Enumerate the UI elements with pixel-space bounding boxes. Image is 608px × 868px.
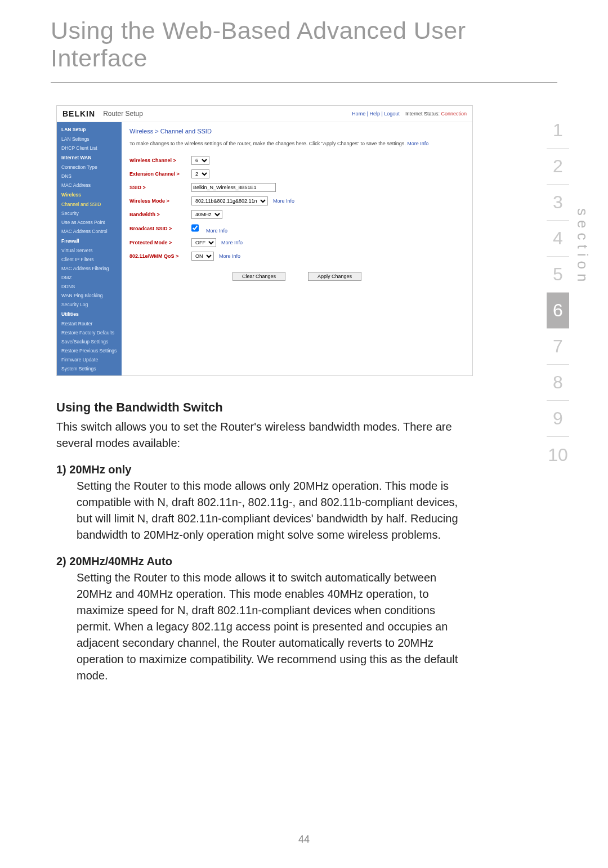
nav-mac-address-filtering[interactable]: MAC Address Filtering (57, 264, 122, 273)
broadcast-ssid-checkbox[interactable] (191, 223, 199, 232)
extension-channel-select[interactable]: 2 (191, 169, 209, 178)
apply-changes-button[interactable]: Apply Changes (308, 272, 361, 281)
section-index: 1 2 3 4 5 6 7 8 9 10 section (547, 113, 591, 473)
nav-virtual-servers[interactable]: Virtual Servers (57, 246, 122, 255)
internet-status-label: Internet Status: (405, 111, 440, 117)
nav-cat-firewall: Firewall (57, 236, 122, 246)
section-label-rotated: section (574, 208, 591, 286)
nav-security[interactable]: Security (57, 209, 122, 218)
ssid-label: SSID > (129, 185, 191, 190)
wireless-mode-select[interactable]: 802.11b&802.11g&802.11n (191, 196, 268, 205)
bandwidth-switch-heading: Using the Bandwidth Switch (56, 399, 462, 417)
nav-dmz[interactable]: DMZ (57, 273, 122, 282)
header-links: Home | Help | Logout Internet Status: Co… (352, 111, 467, 117)
section-index-7[interactable]: 7 (547, 329, 569, 365)
sidebar-nav: LAN Setup LAN Settings DHCP Client List … (57, 122, 122, 375)
mode-2-body: Setting the Router to this mode allows i… (77, 570, 462, 684)
mode-2-heading: 2) 20MHz/40MHz Auto (56, 553, 462, 570)
nav-restore-prev[interactable]: Restore Previous Settings (57, 346, 122, 355)
nav-ddns[interactable]: DDNS (57, 282, 122, 291)
page-description-text: To make changes to the wireless settings… (129, 141, 407, 146)
section-index-3[interactable]: 3 (547, 185, 569, 221)
page-heading-rule (51, 82, 557, 83)
nav-dhcp-client-list[interactable]: DHCP Client List (57, 144, 122, 153)
nav-channel-ssid[interactable]: Channel and SSID (57, 200, 122, 209)
ssid-input[interactable] (191, 183, 276, 192)
breadcrumb: Wireless > Channel and SSID (129, 128, 464, 135)
broadcast-ssid-label: Broadcast SSID > (129, 226, 191, 231)
nav-system-settings[interactable]: System Settings (57, 364, 122, 373)
wireless-mode-more-info[interactable]: More Info (273, 198, 294, 204)
nav-wan-ping-blocking[interactable]: WAN Ping Blocking (57, 291, 122, 300)
wmm-qos-label: 802.11e/WMM QoS > (129, 253, 191, 259)
section-index-2[interactable]: 2 (547, 149, 569, 185)
broadcast-ssid-more-info[interactable]: More Info (206, 228, 227, 234)
nav-cat-wireless: Wireless (57, 190, 122, 200)
nav-cat-internet-wan: Internet WAN (57, 153, 122, 163)
nav-client-ip-filters[interactable]: Client IP Filters (57, 255, 122, 264)
section-index-1[interactable]: 1 (547, 113, 569, 149)
nav-restart-router[interactable]: Restart Router (57, 319, 122, 328)
nav-dns[interactable]: DNS (57, 172, 122, 181)
wireless-channel-select[interactable]: 6 (191, 156, 209, 165)
nav-connection-type[interactable]: Connection Type (57, 163, 122, 172)
clear-changes-button[interactable]: Clear Changes (233, 272, 285, 281)
wireless-channel-label: Wireless Channel > (129, 158, 191, 163)
page-number: 44 (0, 834, 608, 845)
nav-mac-address[interactable]: MAC Address (57, 181, 122, 190)
section-index-5[interactable]: 5 (547, 257, 569, 293)
link-help[interactable]: Help (369, 111, 380, 117)
nav-save-backup[interactable]: Save/Backup Settings (57, 337, 122, 346)
nav-cat-lan-setup: LAN Setup (57, 124, 122, 135)
protected-mode-label: Protected Mode > (129, 240, 191, 245)
nav-use-as-ap[interactable]: Use as Access Point (57, 218, 122, 227)
link-logout[interactable]: Logout (384, 111, 400, 117)
bandwidth-label: Bandwidth > (129, 212, 191, 217)
section-index-6[interactable]: 6 (547, 293, 569, 329)
bandwidth-select[interactable]: 40MHz (191, 210, 222, 219)
nav-cat-utilities: Utilities (57, 309, 122, 319)
section-index-9[interactable]: 9 (547, 401, 569, 437)
section-index-10[interactable]: 10 (547, 437, 569, 473)
mode-1-body: Setting the Router to this mode allows o… (77, 478, 462, 543)
nav-firmware-update[interactable]: Firmware Update (57, 355, 122, 364)
router-setup-title: Router Setup (103, 110, 143, 118)
protected-mode-select[interactable]: OFF (191, 238, 216, 247)
internet-status-value: Connection (441, 111, 467, 117)
link-home[interactable]: Home (352, 111, 365, 117)
section-index-4[interactable]: 4 (547, 221, 569, 257)
section-index-8[interactable]: 8 (547, 365, 569, 401)
nav-mac-address-control[interactable]: MAC Address Control (57, 227, 122, 236)
wmm-qos-more-info[interactable]: More Info (219, 253, 240, 259)
nav-security-log[interactable]: Security Log (57, 300, 122, 309)
mode-1-heading: 1) 20MHz only (56, 462, 462, 478)
extension-channel-label: Extension Channel > (129, 171, 191, 177)
nav-lan-settings[interactable]: LAN Settings (57, 135, 122, 144)
belkin-logo: BELKIN (62, 109, 95, 118)
page-heading: Using the Web-Based Advanced User Interf… (0, 0, 608, 78)
router-setup-screenshot: BELKIN Router Setup Home | Help | Logout… (56, 105, 473, 376)
protected-mode-more-info[interactable]: More Info (221, 240, 243, 245)
bandwidth-switch-paragraph: This switch allows you to set the Router… (56, 419, 462, 451)
nav-restore-defaults[interactable]: Restore Factory Defaults (57, 328, 122, 337)
page-description: To make changes to the wireless settings… (129, 140, 464, 148)
wmm-qos-select[interactable]: ON (191, 252, 214, 261)
page-description-more-info[interactable]: More Info (407, 141, 428, 146)
wireless-mode-label: Wireless Mode > (129, 198, 191, 204)
